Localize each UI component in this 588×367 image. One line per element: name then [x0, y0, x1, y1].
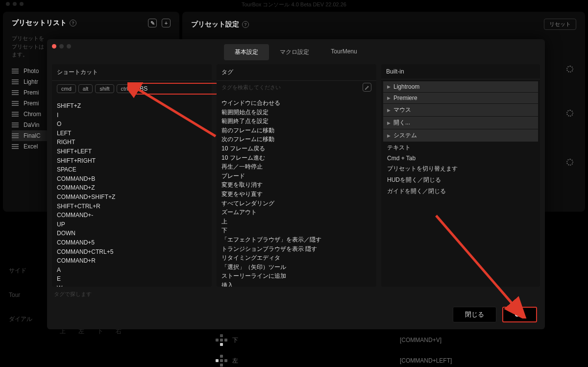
- maximize-icon: [67, 44, 71, 49]
- close-icon[interactable]: [52, 44, 56, 49]
- modal-tab[interactable]: TourMenu: [320, 44, 368, 60]
- builtin-category[interactable]: ▶Lightroom: [383, 81, 538, 92]
- app-traffic-lights: [6, 2, 24, 6]
- tag-item[interactable]: 再生／一時停止: [221, 162, 371, 171]
- tag-item[interactable]: 変更をやり直す: [221, 190, 371, 199]
- help-icon[interactable]: ?: [242, 21, 249, 28]
- tag-item[interactable]: 範囲開始点を設定: [221, 108, 371, 117]
- shortcut-editor-modal: 基本設定マクロ設定TourMenu ショートカット cmd alt shift …: [47, 39, 545, 329]
- cmd-key[interactable]: cmd: [57, 84, 76, 93]
- shortcut-item[interactable]: UP: [57, 220, 207, 229]
- tag-item[interactable]: 「エフェクトブラウザ」を表示／隠す: [221, 235, 371, 245]
- tag-item[interactable]: 変更を取り消す: [221, 180, 371, 190]
- shortcut-item[interactable]: SHIFT+CTRL+R: [57, 202, 207, 211]
- drag-handle-icon[interactable]: [12, 112, 19, 117]
- drag-handle-icon[interactable]: [12, 133, 19, 138]
- app-titlebar: TourBox コンソール 4.0 Beta DEV 22.02.26: [0, 0, 588, 9]
- builtin-item[interactable]: プリセットを切り替えます: [383, 163, 538, 174]
- builtin-item[interactable]: ガイドを開く／閉じる: [383, 186, 538, 197]
- modal-traffic-lights[interactable]: [52, 44, 71, 49]
- tag-column: タグ タグを検索してください ウインドウに合わせる範囲開始点を設定範囲終了点を設…: [217, 64, 376, 287]
- tag-header: タグ: [217, 64, 376, 81]
- loading-spinner-icon: [566, 66, 573, 73]
- tag-search-footer[interactable]: タグで探します: [47, 287, 545, 302]
- shift-key[interactable]: shift: [95, 84, 114, 93]
- side-label: サイド: [9, 267, 32, 275]
- shortcut-item[interactable]: E: [57, 274, 207, 284]
- builtin-item[interactable]: HUDを開く／閉じる: [383, 174, 538, 186]
- tag-item[interactable]: 前のフレームに移動: [221, 126, 371, 135]
- edit-tag-icon[interactable]: [363, 83, 371, 92]
- shortcut-item[interactable]: A: [57, 266, 207, 275]
- tag-item[interactable]: 範囲終了点を設定: [221, 117, 371, 126]
- dpad-binding: [COMMAND+LEFT]: [400, 357, 452, 364]
- ok-button[interactable]: OK: [502, 307, 538, 322]
- shortcut-item[interactable]: SHIFT+LEFT: [57, 147, 207, 156]
- builtin-item[interactable]: Cmd + Tab: [383, 153, 538, 163]
- chevron-right-icon: ▶: [387, 84, 391, 89]
- shortcut-item[interactable]: SHIFT+RIGHT: [57, 156, 207, 166]
- tag-item[interactable]: 上: [221, 217, 371, 226]
- tag-item[interactable]: トランジションブラウザを表示 隠す: [221, 245, 371, 254]
- tag-item[interactable]: ストーリーラインに追加: [221, 271, 371, 281]
- shortcut-header: ショートカット: [52, 64, 212, 81]
- modal-tab[interactable]: マクロ設定: [269, 44, 320, 60]
- builtin-header: Built-in: [381, 64, 540, 79]
- shortcut-item[interactable]: DOWN: [57, 229, 207, 238]
- dpad-icon: [216, 334, 227, 346]
- tag-item[interactable]: 挿入: [221, 281, 371, 287]
- builtin-category[interactable]: ▶Premiere: [383, 93, 538, 103]
- tag-search-placeholder[interactable]: タグを検索してください: [221, 84, 281, 91]
- drag-handle-icon[interactable]: [12, 101, 19, 106]
- shortcut-item[interactable]: COMMAND+B: [57, 174, 207, 184]
- alt-key[interactable]: alt: [78, 84, 93, 93]
- shortcut-item[interactable]: COMMAND+Z: [57, 183, 207, 193]
- shortcut-item[interactable]: COMMAND+SHIFT+Z: [57, 193, 207, 202]
- add-preset-icon[interactable]: +: [162, 19, 171, 27]
- chevron-right-icon: ▶: [387, 133, 391, 138]
- preset-settings-title: プリセット設定: [191, 20, 239, 29]
- builtin-item[interactable]: テキスト: [383, 142, 538, 153]
- close-button[interactable]: 閉じる: [453, 307, 496, 322]
- shortcut-item[interactable]: COMMAND+5: [57, 238, 207, 247]
- shortcut-item[interactable]: COMMAND+R: [57, 256, 207, 266]
- tag-item[interactable]: 10 フレーム戻る: [221, 144, 371, 153]
- shortcut-item[interactable]: LEFT: [57, 129, 207, 138]
- shortcut-item[interactable]: I: [57, 111, 207, 120]
- shortcut-input[interactable]: [135, 83, 218, 95]
- tag-item[interactable]: すべてレンダリング: [221, 199, 371, 208]
- builtin-category[interactable]: ▶マウス: [383, 104, 538, 116]
- tag-item[interactable]: 10 フレーム進む: [221, 153, 371, 163]
- drag-handle-icon[interactable]: [12, 79, 19, 84]
- tag-item[interactable]: リタイミングエディタ: [221, 253, 371, 263]
- help-icon[interactable]: ?: [70, 20, 76, 26]
- shortcut-item[interactable]: RIGHT: [57, 138, 207, 147]
- modal-tab[interactable]: 基本設定: [224, 44, 269, 60]
- tag-item[interactable]: 「選択」（矢印）ツール: [221, 263, 371, 272]
- shortcut-item[interactable]: COMMAND+CTRL+5: [57, 247, 207, 257]
- shortcut-item[interactable]: SPACE: [57, 165, 207, 174]
- tag-item[interactable]: ウインドウに合わせる: [221, 98, 371, 108]
- dpad-icon: [216, 355, 227, 367]
- drag-handle-icon[interactable]: [12, 144, 19, 149]
- drag-handle-icon[interactable]: [12, 69, 19, 73]
- dpad-binding: [COMMAND+V]: [400, 337, 441, 343]
- dpad-row: 左 [COMMAND+LEFT]: [216, 355, 452, 367]
- ctrl-key[interactable]: ctrl: [117, 84, 133, 93]
- builtin-category[interactable]: ▶システム: [383, 129, 538, 142]
- drag-handle-icon[interactable]: [12, 122, 19, 127]
- loading-spinner-icon: [566, 159, 573, 166]
- shortcut-item[interactable]: O: [57, 120, 207, 129]
- shortcut-column: ショートカット cmd alt shift ctrl ✕ SHIFT+ZIOLE…: [52, 64, 212, 287]
- reset-button[interactable]: リセット: [544, 19, 576, 30]
- shortcut-item[interactable]: SHIFT+Z: [57, 101, 207, 111]
- drag-handle-icon[interactable]: [12, 90, 19, 95]
- builtin-category[interactable]: ▶開く...: [383, 117, 538, 129]
- builtin-column: Built-in ▶Lightroom▶Premiere▶マウス▶開く...▶シ…: [381, 64, 540, 287]
- tag-item[interactable]: ズームアウト: [221, 208, 371, 217]
- shortcut-item[interactable]: COMMAND+-: [57, 211, 207, 220]
- tag-item[interactable]: 次のフレームに移動: [221, 135, 371, 144]
- edit-preset-icon[interactable]: ✎: [148, 19, 157, 27]
- tag-item[interactable]: 下: [221, 226, 371, 235]
- tag-item[interactable]: ブレード: [221, 171, 371, 181]
